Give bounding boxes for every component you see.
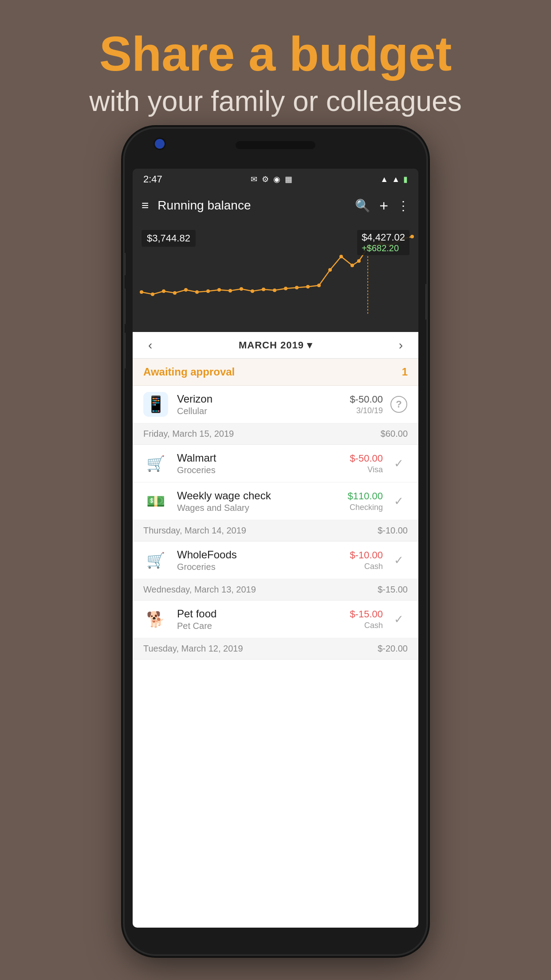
- day-header-mar15: Friday, March 15, 2019 $60.00: [133, 423, 418, 445]
- signal-icon: ▲: [392, 175, 400, 184]
- location-icon: ◉: [273, 174, 280, 184]
- verizon-category: Cellular: [177, 406, 350, 416]
- volume-down-button: [125, 333, 126, 368]
- svg-point-12: [273, 288, 276, 292]
- svg-point-25: [410, 235, 414, 238]
- petfood-icon: 🐕: [143, 607, 168, 632]
- settings-icon: ⚙: [262, 174, 269, 184]
- svg-point-3: [173, 291, 177, 295]
- menu-button[interactable]: ≡: [142, 198, 149, 213]
- verizon-amount-value: $-50.00: [350, 394, 383, 405]
- transaction-item-petfood[interactable]: 🐕 Pet food Pet Care $-15.00 Cash ✓: [133, 601, 418, 638]
- svg-point-6: [206, 289, 210, 293]
- svg-point-13: [284, 287, 287, 290]
- svg-point-16: [317, 284, 321, 287]
- verizon-status: ?: [390, 396, 408, 413]
- verizon-date: 3/10/19: [350, 406, 383, 415]
- wage-icon: 💵: [143, 489, 168, 514]
- walmart-amount: $-50.00 Visa: [350, 453, 383, 474]
- next-month-button[interactable]: ›: [397, 336, 405, 355]
- status-time: 2:47: [143, 174, 162, 185]
- verizon-info: Verizon Cellular: [177, 393, 350, 416]
- transaction-item-walmart[interactable]: 🛒 Walmart Groceries $-50.00 Visa ✓: [133, 445, 418, 482]
- header-title: Share a budget: [0, 27, 551, 80]
- petfood-category: Pet Care: [177, 621, 350, 631]
- more-button[interactable]: ⋮: [397, 198, 409, 213]
- wholefoods-payment: Cash: [350, 562, 383, 571]
- svg-point-4: [184, 288, 188, 292]
- day-total-mar15: $60.00: [381, 429, 408, 439]
- header-subtitle: with your family or colleagues: [0, 85, 551, 118]
- walmart-info: Walmart Groceries: [177, 452, 350, 475]
- svg-point-11: [262, 288, 265, 291]
- toolbar-actions: 🔍 + ⋮: [355, 197, 409, 214]
- svg-point-0: [140, 290, 143, 294]
- petfood-amount: $-15.00 Cash: [350, 609, 383, 630]
- petfood-amount-value: $-15.00: [350, 609, 383, 620]
- day-label-mar14: Thursday, March 14, 2019: [143, 526, 246, 536]
- transaction-item-wage[interactable]: 💵 Weekly wage check Wages and Salary $11…: [133, 482, 418, 520]
- petfood-info: Pet food Pet Care: [177, 608, 350, 631]
- svg-point-2: [162, 289, 165, 293]
- verizon-amount: $-50.00 3/10/19: [350, 394, 383, 415]
- status-indicators: ▲ ▲ ▮: [380, 174, 408, 184]
- check-icon-petfood: ✓: [394, 612, 404, 626]
- wifi-icon: ▲: [380, 175, 388, 184]
- awaiting-approval-count: 1: [402, 366, 408, 378]
- balance-chart: $3,744.82 $4,427.02 +$682.20: [133, 221, 418, 332]
- nfc-icon: ▦: [285, 174, 292, 184]
- speaker-notch: [236, 141, 315, 149]
- status-bar: 2:47 ✉ ⚙ ◉ ▦ ▲ ▲ ▮: [133, 169, 418, 190]
- svg-point-7: [217, 288, 221, 292]
- awaiting-approval-header[interactable]: Awaiting approval 1: [133, 359, 418, 386]
- svg-point-17: [328, 268, 332, 272]
- day-label-mar12: Tuesday, March 12, 2019: [143, 644, 243, 654]
- svg-point-9: [240, 287, 243, 291]
- check-icon-wholefoods: ✓: [394, 553, 404, 567]
- verizon-name: Verizon: [177, 393, 350, 405]
- walmart-amount-value: $-50.00: [350, 453, 383, 464]
- toolbar-title: Running balance: [157, 198, 355, 213]
- page-background: Share a budget with your family or colle…: [0, 0, 551, 980]
- wage-name: Weekly wage check: [177, 490, 347, 502]
- svg-point-19: [350, 264, 354, 267]
- search-button[interactable]: 🔍: [355, 198, 370, 213]
- wholefoods-category: Groceries: [177, 562, 350, 572]
- chart-start-value: $3,744.82: [142, 230, 196, 247]
- petfood-status: ✓: [390, 612, 408, 626]
- svg-point-1: [151, 292, 154, 296]
- transaction-item-wholefoods[interactable]: 🛒 WholeFoods Groceries $-10.00 Cash ✓: [133, 541, 418, 579]
- wholefoods-info: WholeFoods Groceries: [177, 549, 350, 572]
- wage-category: Wages and Salary: [177, 503, 347, 513]
- wage-status: ✓: [390, 494, 408, 508]
- petfood-name: Pet food: [177, 608, 350, 620]
- status-icons: ✉ ⚙ ◉ ▦: [251, 174, 292, 184]
- svg-point-5: [195, 290, 199, 294]
- walmart-category: Groceries: [177, 465, 350, 475]
- walmart-status: ✓: [390, 457, 408, 470]
- question-mark-icon: ?: [390, 396, 407, 413]
- check-icon: ✓: [394, 457, 404, 470]
- wholefoods-status: ✓: [390, 553, 408, 567]
- day-header-mar13: Wednesday, March 13, 2019 $-15.00: [133, 579, 418, 601]
- day-total-mar13: $-15.00: [378, 585, 408, 595]
- add-button[interactable]: +: [379, 197, 388, 214]
- verizon-icon: 📱: [143, 392, 168, 417]
- svg-point-15: [306, 285, 310, 288]
- month-label[interactable]: MARCH 2019 ▾: [239, 340, 312, 351]
- header-section: Share a budget with your family or colle…: [0, 0, 551, 131]
- wage-amount: $110.00 Checking: [347, 490, 383, 512]
- awaiting-approval-label: Awaiting approval: [143, 366, 235, 378]
- walmart-name: Walmart: [177, 452, 350, 464]
- front-camera: [153, 138, 166, 150]
- phone-frame: 2:47 ✉ ⚙ ◉ ▦ ▲ ▲ ▮ ≡ Running balance: [125, 129, 426, 954]
- mail-icon: ✉: [251, 174, 257, 184]
- svg-point-14: [295, 286, 299, 289]
- transaction-item-verizon[interactable]: 📱 Verizon Cellular $-50.00 3/10/19 ?: [133, 386, 418, 423]
- day-header-mar14: Thursday, March 14, 2019 $-10.00: [133, 520, 418, 541]
- prev-month-button[interactable]: ‹: [146, 336, 154, 355]
- chart-gain: +$682.20: [357, 243, 409, 255]
- day-header-mar12: Tuesday, March 12, 2019 $-20.00: [133, 638, 418, 660]
- walmart-icon: 🛒: [143, 451, 168, 476]
- day-label-mar13: Wednesday, March 13, 2019: [143, 585, 256, 595]
